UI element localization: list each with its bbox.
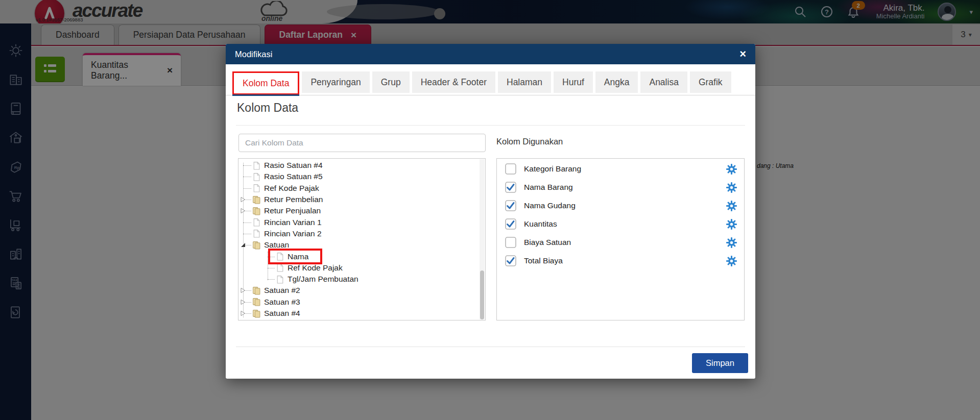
collapse-icon	[240, 242, 246, 248]
tree-item-label: Retur Penjualan	[264, 206, 321, 215]
used-column-label: Nama Barang	[524, 183, 726, 192]
document-icon	[252, 218, 261, 227]
modal-header: Modifikasi ×	[226, 44, 755, 64]
expand-icon	[240, 299, 246, 305]
tree-item-label: Satuan #4	[264, 309, 300, 318]
divider	[236, 125, 745, 126]
modal-tab-strip: Kolom DataPenyaringanGrupHeader & Footer…	[226, 64, 755, 95]
used-column-label: Nama Gudang	[524, 201, 726, 210]
used-column-label: Kategori Barang	[524, 164, 726, 174]
tree-item-label: Ref Kode Pajak	[288, 263, 343, 273]
checkbox-checked[interactable]	[505, 255, 516, 266]
document-icon	[276, 275, 284, 284]
annotation-box-nama	[268, 249, 322, 264]
modal-title: Modifikasi	[235, 50, 272, 59]
tree-item-satuan-2[interactable]: Satuan #2	[238, 285, 485, 296]
document-icon	[252, 229, 261, 238]
column-settings-gear-icon[interactable]	[726, 219, 737, 230]
folder-icon	[252, 309, 261, 318]
tree-item-label: Rasio Satuan #5	[264, 172, 323, 181]
tree-item-label: Rincian Varian 2	[264, 229, 322, 238]
expand-icon	[240, 208, 246, 214]
document-icon	[276, 263, 284, 272]
document-icon	[252, 172, 261, 181]
used-column-row-total-biaya: Total Biaya	[497, 252, 744, 270]
used-column-row-biaya-satuan: Biaya Satuan	[497, 233, 744, 252]
tree-item-label: Ref Kode Pajak	[264, 184, 319, 193]
modal-tab-huruf[interactable]: Huruf	[554, 71, 593, 93]
checkbox-unchecked[interactable]	[505, 237, 516, 248]
divider	[236, 347, 745, 347]
folder-icon	[252, 207, 261, 215]
tree-item-satuan-4[interactable]: Satuan #4	[238, 308, 485, 319]
used-column-row-kategori-barang: Kategori Barang	[497, 160, 744, 178]
tree-item-label: Retur Pembelian	[264, 195, 323, 204]
expand-icon	[240, 310, 246, 316]
used-column-label: Kuantitas	[524, 219, 726, 229]
tree-item-label: Rincian Varian 1	[264, 218, 322, 227]
checkbox-checked[interactable]	[505, 182, 516, 193]
tree-item-label: Tgl/Jam Pembuatan	[288, 275, 358, 284]
modal-tab-header-footer[interactable]: Header & Footer	[412, 71, 495, 93]
tree-item-rincian-varian-2[interactable]: Rincian Varian 2	[238, 228, 485, 239]
app-root: accurate online v1.0.1#3167-2069883 ? 2 …	[0, 0, 980, 420]
search-column-input[interactable]	[238, 134, 486, 152]
column-settings-gear-icon[interactable]	[726, 182, 737, 193]
column-tree-panel: Rasio Satuan #4Rasio Satuan #5Ref Kode P…	[238, 158, 486, 320]
used-column-label: Total Biaya	[524, 256, 726, 265]
tree-item-rasio-satuan-5[interactable]: Rasio Satuan #5	[238, 171, 485, 182]
used-column-row-kuantitas: Kuantitas	[497, 215, 744, 233]
modal-tab-grup[interactable]: Grup	[372, 71, 410, 93]
modal-tab-angka[interactable]: Angka	[595, 71, 638, 93]
document-icon	[252, 161, 261, 170]
folder-icon	[252, 286, 261, 295]
checkbox-checked[interactable]	[505, 218, 516, 230]
tree-item-rasio-satuan-4[interactable]: Rasio Satuan #4	[238, 160, 485, 171]
tree-item-satuan-3[interactable]: Satuan #3	[238, 297, 485, 308]
checkbox-checked[interactable]	[505, 200, 516, 211]
modal-tab-penyaringan[interactable]: Penyaringan	[302, 71, 369, 93]
document-icon	[252, 184, 261, 192]
tree-item-label: Satuan #3	[264, 298, 300, 307]
folder-icon	[252, 298, 261, 306]
modifikasi-dialog: Modifikasi × Kolom DataPenyaringanGrupHe…	[226, 44, 755, 379]
used-column-row-nama-barang: Nama Barang	[497, 178, 744, 196]
modal-tab-kolom-data[interactable]: Kolom Data	[232, 71, 299, 95]
used-columns-title: Kolom Digunakan	[496, 137, 563, 146]
tree-item-label: Rasio Satuan #4	[264, 161, 323, 170]
modal-tab-halaman[interactable]: Halaman	[498, 71, 551, 93]
used-columns-panel: Kategori BarangNama BarangNama GudangKua…	[496, 158, 745, 320]
column-settings-gear-icon[interactable]	[726, 201, 737, 211]
folder-icon	[252, 195, 261, 204]
column-settings-gear-icon[interactable]	[726, 256, 737, 266]
tree-item-retur-pembelian[interactable]: Retur Pembelian	[238, 194, 485, 205]
modal-tab-analisa[interactable]: Analisa	[640, 71, 687, 93]
folder-icon	[252, 241, 261, 250]
modal-tab-grafik[interactable]: Grafik	[690, 71, 731, 93]
expand-icon	[240, 287, 246, 293]
tree-item-ref-kode-pajak[interactable]: Ref Kode Pajak	[238, 183, 485, 194]
modal-close-icon[interactable]: ×	[739, 48, 746, 60]
tree-item-label: Satuan #2	[264, 286, 300, 295]
column-settings-gear-icon[interactable]	[726, 237, 737, 248]
used-column-row-nama-gudang: Nama Gudang	[497, 196, 744, 215]
column-settings-gear-icon[interactable]	[726, 164, 737, 175]
checkbox-unchecked[interactable]	[505, 163, 516, 175]
expand-icon	[240, 196, 246, 203]
section-title: Kolom Data	[237, 101, 298, 115]
tree-item-rincian-varian-1[interactable]: Rincian Varian 1	[238, 216, 485, 228]
tree-item-tgl-jam-pembuatan[interactable]: Tgl/Jam Pembuatan	[238, 274, 485, 285]
save-button[interactable]: Simpan	[692, 353, 748, 373]
used-column-label: Biaya Satuan	[524, 238, 726, 247]
tree-item-retur-penjualan[interactable]: Retur Penjualan	[238, 205, 485, 216]
